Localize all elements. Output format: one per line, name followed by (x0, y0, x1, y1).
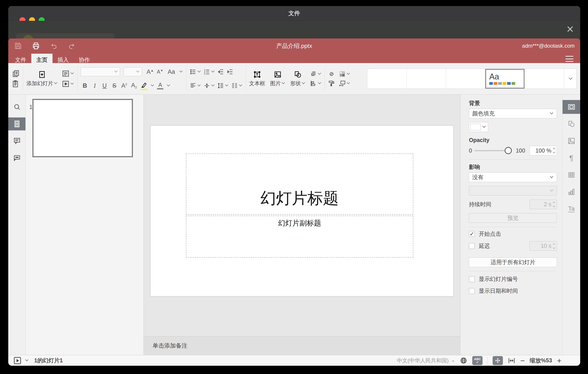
theme-option[interactable] (407, 69, 446, 88)
tab-file[interactable]: 文件 (10, 54, 31, 66)
language-select[interactable]: 中文(中华人民共和国) (397, 357, 455, 364)
highlight-color-button[interactable] (140, 81, 148, 90)
theme-option[interactable] (367, 69, 407, 88)
slide-settings-icon[interactable] (563, 100, 580, 114)
notes-area[interactable]: 单击添加备注 (144, 336, 460, 355)
fill-color-swatch-select[interactable] (469, 122, 488, 132)
undo-icon[interactable] (49, 41, 58, 50)
print-icon[interactable] (32, 41, 41, 50)
decrease-indent-icon[interactable] (217, 68, 224, 75)
show-date-time-checkbox[interactable] (469, 288, 475, 294)
subscript-button[interactable]: A2 (130, 82, 138, 89)
chat-icon[interactable] (8, 152, 25, 165)
effect-variant-select[interactable] (469, 186, 557, 196)
theme-gallery-expand-icon[interactable] (564, 69, 576, 88)
slide-thumbnail[interactable] (32, 99, 133, 157)
slide-layout-icon[interactable] (62, 70, 74, 78)
underline-button[interactable]: U (100, 82, 109, 89)
shape-settings-icon[interactable] (563, 117, 580, 131)
zoom-in-button[interactable]: + (557, 357, 561, 364)
start-on-click-checkbox[interactable]: ✓ (469, 231, 475, 237)
tab-collaboration[interactable]: 协作 (74, 54, 95, 66)
opacity-input[interactable]: 100 % (529, 146, 557, 155)
table-settings-icon[interactable] (563, 168, 580, 182)
paste-icon[interactable] (12, 80, 20, 88)
opacity-slider[interactable] (474, 150, 508, 151)
duration-input[interactable]: 2 s (529, 199, 557, 209)
bullets-icon[interactable] (189, 68, 201, 75)
arrange-shape-icon[interactable] (310, 70, 322, 78)
font-color-chevron-icon[interactable] (167, 83, 170, 86)
home-toolbar: 添加幻灯片 A▲ A▼ Aa B I (8, 63, 580, 95)
change-case-icon[interactable]: Aa (166, 68, 177, 75)
decrease-font-icon[interactable]: A▼ (156, 69, 164, 75)
shape-button[interactable]: 形状 (290, 70, 305, 87)
font-color-button[interactable]: A (156, 82, 165, 89)
copy-icon[interactable] (12, 70, 20, 78)
superscript-button[interactable]: A2 (120, 82, 128, 89)
fit-to-slide-icon[interactable] (493, 356, 503, 365)
show-date-time-row: 显示日期和时间 (469, 287, 557, 295)
statusbar-left: 1的幻灯片1 (13, 356, 63, 365)
apply-to-all-slides-button[interactable]: 适用于所有幻灯片 (469, 257, 557, 267)
theme-option-selected[interactable]: Aa (485, 69, 525, 88)
numbering-icon[interactable]: 123 (203, 68, 215, 75)
close-icon[interactable] (566, 25, 574, 33)
chart-settings-icon[interactable] (563, 185, 580, 199)
tab-home[interactable]: 主页 (31, 54, 52, 66)
strikethrough-button[interactable]: S (110, 82, 119, 89)
fill-type-select[interactable]: 颜色填充 (469, 109, 557, 118)
paragraph-settings-icon[interactable]: ¶ (563, 151, 580, 165)
show-slide-number-checkbox[interactable] (469, 276, 475, 282)
horizontal-align-icon[interactable] (189, 82, 201, 89)
save-icon[interactable] (14, 41, 22, 50)
zoom-out-button[interactable]: − (520, 357, 525, 364)
start-slideshow-icon[interactable] (62, 80, 74, 88)
align-shape-icon[interactable] (310, 80, 322, 87)
copy-style-icon[interactable] (328, 80, 335, 87)
vertical-align-icon[interactable] (203, 82, 215, 89)
notes-placeholder-text: 单击添加备注 (153, 342, 188, 350)
change-case-chevron-icon[interactable] (179, 69, 182, 72)
redo-icon[interactable] (67, 41, 76, 50)
document-language-icon[interactable] (460, 357, 467, 364)
preview-button[interactable]: 预览 (469, 213, 557, 223)
tab-insert[interactable]: 插入 (52, 54, 74, 66)
search-icon[interactable] (8, 100, 25, 113)
clear-style-icon[interactable] (328, 70, 335, 78)
line-spacing-icon[interactable] (217, 82, 229, 89)
textart-settings-icon[interactable]: Ta (563, 202, 580, 216)
subtitle-placeholder[interactable]: 幻灯片副标题 (186, 216, 413, 258)
color-scheme-icon[interactable] (339, 70, 350, 78)
spellcheck-icon[interactable]: ABC✓ (472, 356, 483, 365)
start-slideshow-status-icon[interactable] (13, 356, 22, 365)
opacity-slider-knob[interactable] (505, 147, 512, 154)
columns-icon[interactable] (231, 82, 243, 89)
slide-size-icon[interactable] (339, 80, 350, 87)
font-size-select[interactable] (124, 67, 142, 76)
fit-to-width-icon[interactable] (508, 357, 515, 364)
bold-button[interactable]: B (81, 82, 89, 89)
textbox-button[interactable]: 文本框 (249, 70, 265, 87)
effect-select[interactable]: 没有 (469, 173, 557, 182)
image-button[interactable]: 图片 (270, 70, 285, 87)
title-placeholder[interactable]: 幻灯片标题 (186, 154, 413, 215)
hamburger-menu-icon[interactable] (566, 56, 574, 62)
image-settings-icon[interactable] (563, 134, 580, 148)
slideshow-options-chevron-icon[interactable] (25, 358, 28, 361)
increase-font-icon[interactable]: A▲ (146, 68, 154, 75)
slides-panel-icon[interactable] (8, 117, 25, 130)
font-name-select[interactable] (81, 67, 120, 76)
italic-button[interactable]: I (91, 82, 99, 89)
account-email[interactable]: adm***@dootask.com (522, 43, 575, 49)
delay-checkbox[interactable] (469, 243, 475, 249)
theme-option[interactable] (446, 69, 485, 88)
increase-indent-icon[interactable] (227, 68, 234, 75)
comments-icon[interactable] (8, 134, 25, 147)
svg-text:3: 3 (204, 73, 205, 75)
slide-canvas[interactable]: 幻灯片标题 幻灯片副标题 (150, 125, 453, 296)
theme-option[interactable] (525, 69, 564, 88)
delay-input[interactable]: 10 s (529, 241, 557, 251)
add-slide-button[interactable]: 添加幻灯片 (26, 70, 58, 87)
highlight-chevron-icon[interactable] (151, 83, 154, 86)
